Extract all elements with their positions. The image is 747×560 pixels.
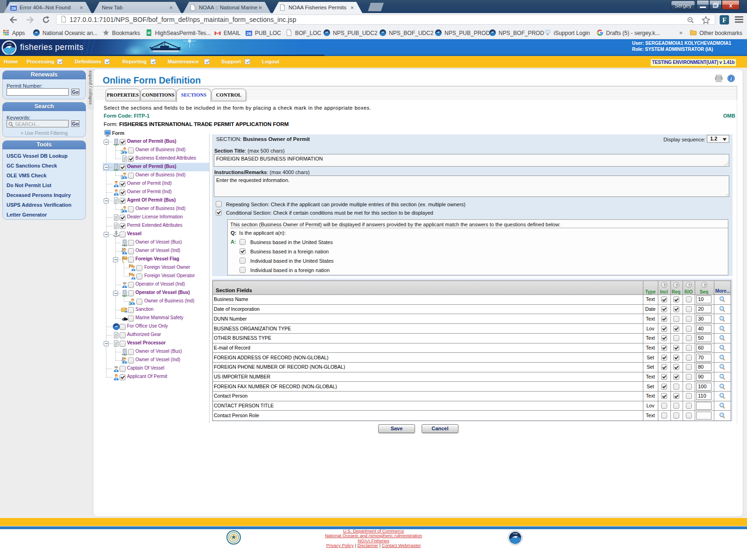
svg-text:26: 26 [247, 31, 251, 36]
svg-text:i: i [731, 76, 732, 81]
svg-text:26: 26 [11, 6, 16, 11]
svg-text:F: F [722, 16, 726, 24]
svg-text:NOAA: NOAA [7, 43, 12, 45]
